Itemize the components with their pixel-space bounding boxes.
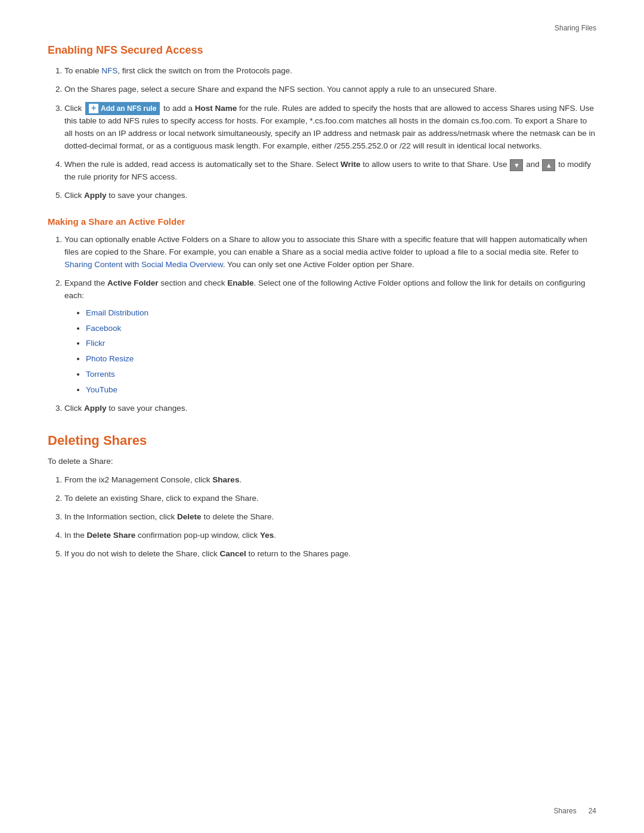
plus-icon: + <box>89 104 98 113</box>
add-nfs-rule-button[interactable]: +Add an NFS rule <box>85 102 160 116</box>
footer: Shares 24 <box>554 807 596 815</box>
enable-label: Enable <box>227 278 253 287</box>
youtube-link[interactable]: YouTube <box>86 385 117 394</box>
delete-step-2: To delete an existing Share, click to ex… <box>64 493 596 505</box>
apply-label-2: Apply <box>84 404 107 413</box>
footer-shares-label: Shares <box>554 807 577 815</box>
apply-label-1: Apply <box>84 191 107 200</box>
delete-step-1: From the ix2 Management Console, click S… <box>64 474 596 487</box>
share-step-1: You can optionally enable Active Folders… <box>64 234 596 271</box>
active-folder-list: Email Distribution Facebook Flickr Photo… <box>86 307 596 397</box>
list-item-email: Email Distribution <box>86 307 596 320</box>
share-step-2: Expand the Active Folder section and che… <box>64 277 596 397</box>
nfs-step-3: Click +Add an NFS rule to add a Host Nam… <box>64 102 596 153</box>
list-item-torrents: Torrents <box>86 368 596 381</box>
delete-step-4: In the Delete Share confirmation pop-up … <box>64 529 596 542</box>
list-item-youtube: YouTube <box>86 384 596 397</box>
list-item-photo-resize: Photo Resize <box>86 353 596 366</box>
facebook-link[interactable]: Facebook <box>86 324 121 333</box>
breadcrumb: Sharing Files <box>48 24 596 32</box>
enabling-nfs-section: Enabling NFS Secured Access To enable NF… <box>48 44 596 202</box>
host-name-label: Host Name <box>195 104 237 113</box>
footer-page-number: 24 <box>589 807 596 815</box>
delete-share-label: Delete Share <box>87 531 136 540</box>
list-item-flickr: Flickr <box>86 337 596 350</box>
flickr-link[interactable]: Flickr <box>86 339 105 348</box>
making-share-section: Making a Share an Active Folder You can … <box>48 216 596 415</box>
up-arrow-icon[interactable]: ▲ <box>542 159 555 171</box>
making-share-steps: You can optionally enable Active Folders… <box>64 234 596 415</box>
add-nfs-label: Add an NFS rule <box>101 103 156 114</box>
nfs-link[interactable]: NFS <box>101 66 117 75</box>
delete-label: Delete <box>177 512 202 521</box>
nfs-step-2: On the Shares page, select a secure Shar… <box>64 83 596 96</box>
torrents-link[interactable]: Torrents <box>86 370 115 379</box>
enabling-nfs-steps: To enable NFS, first click the switch on… <box>64 65 596 202</box>
sharing-content-link[interactable]: Sharing Content with Social Media Overvi… <box>64 260 223 269</box>
nfs-step-5: Click Apply to save your changes. <box>64 190 596 202</box>
photo-resize-link[interactable]: Photo Resize <box>86 354 134 363</box>
nfs-step-1: To enable NFS, first click the switch on… <box>64 65 596 78</box>
deleting-shares-section: Deleting Shares To delete a Share: From … <box>48 433 596 561</box>
making-share-title: Making a Share an Active Folder <box>48 216 596 227</box>
email-distribution-link[interactable]: Email Distribution <box>86 308 148 317</box>
down-arrow-icon[interactable]: ▼ <box>510 159 523 171</box>
share-step-3: Click Apply to save your changes. <box>64 402 596 415</box>
delete-step-3: In the Information section, click Delete… <box>64 511 596 524</box>
page: Sharing Files Enabling NFS Secured Acces… <box>0 0 644 833</box>
deleting-steps: From the ix2 Management Console, click S… <box>64 474 596 561</box>
cancel-label: Cancel <box>219 549 246 558</box>
enabling-nfs-title: Enabling NFS Secured Access <box>48 44 596 57</box>
deleting-intro: To delete a Share: <box>48 456 596 468</box>
shares-bold-1: Shares <box>212 475 239 484</box>
write-label: Write <box>340 160 361 169</box>
yes-label: Yes <box>260 531 274 540</box>
nfs-step-4: When the rule is added, read access is a… <box>64 159 596 184</box>
delete-step-5: If you do not wish to delete the Share, … <box>64 548 596 561</box>
list-item-facebook: Facebook <box>86 323 596 335</box>
deleting-shares-title: Deleting Shares <box>48 433 596 448</box>
active-folder-label: Active Folder <box>107 278 159 287</box>
